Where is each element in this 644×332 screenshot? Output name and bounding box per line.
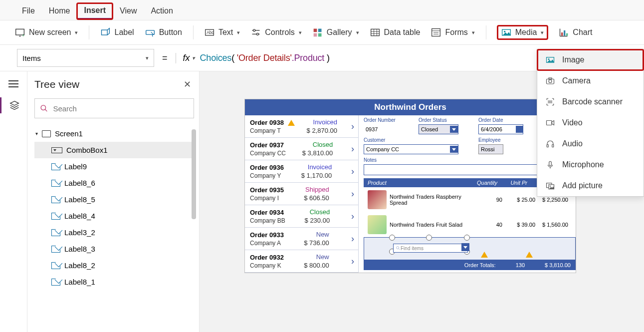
svg-rect-45 bbox=[547, 145, 548, 147]
warning-icon bbox=[288, 120, 295, 126]
svg-rect-13 bbox=[313, 33, 317, 37]
chevron-right-icon: › bbox=[349, 144, 354, 154]
media-item-audio[interactable]: Audio bbox=[537, 133, 644, 154]
svg-rect-30 bbox=[566, 33, 568, 36]
product-row[interactable]: Northwind Traders Fruit Salad40$ 39.00$ … bbox=[364, 212, 576, 237]
menu-insert[interactable]: Insert bbox=[77, 3, 113, 19]
dropdown-icon bbox=[450, 146, 458, 153]
text-button[interactable]: Abc Text ▾ bbox=[205, 27, 240, 37]
order-row[interactable]: Order 0932Company KNew$ 800.00› bbox=[245, 250, 358, 273]
order-row[interactable]: Order 0933Company ANew$ 736.00› bbox=[245, 228, 358, 250]
tree-search[interactable] bbox=[34, 98, 194, 118]
controls-button[interactable]: Controls ▾ bbox=[251, 27, 302, 37]
headphones-icon bbox=[545, 139, 555, 148]
media-button[interactable]: Media ▾ bbox=[497, 25, 548, 39]
chevron-down-icon: ▾ bbox=[541, 29, 544, 36]
order-row[interactable]: Order 0936Company YInvoiced$ 1,170.00› bbox=[245, 160, 358, 183]
tree-search-input[interactable] bbox=[53, 104, 189, 113]
text-icon: Abc bbox=[205, 27, 215, 37]
hamburger-icon[interactable] bbox=[8, 80, 18, 87]
svg-point-36 bbox=[548, 58, 550, 60]
label-button[interactable]: Label bbox=[100, 27, 134, 37]
tree-item-label8_4[interactable]: Label8_4 bbox=[34, 208, 194, 224]
svg-point-25 bbox=[504, 31, 505, 32]
barcode-icon bbox=[545, 97, 555, 106]
label-icon bbox=[100, 27, 110, 37]
svg-point-10 bbox=[257, 33, 259, 35]
new-screen-button[interactable]: + New screen ▾ bbox=[15, 27, 78, 37]
tree-root-screen1[interactable]: ▾ Screen1 bbox=[34, 125, 194, 142]
field-order-status[interactable]: Closed bbox=[419, 124, 458, 134]
tree-item-combobox1[interactable]: ComboBox1 bbox=[34, 142, 194, 158]
tree-item-label8_6[interactable]: Label8_6 bbox=[34, 175, 194, 191]
tree-item-label8_5[interactable]: Label8_5 bbox=[34, 191, 194, 208]
combobox-icon bbox=[51, 147, 62, 153]
media-item-microphone[interactable]: Microphone bbox=[537, 154, 644, 175]
media-item-video[interactable]: Video bbox=[537, 112, 644, 133]
field-order-number[interactable]: 0937 bbox=[364, 124, 414, 134]
order-row[interactable]: Order 0937Company CCClosed$ 3,810.00› bbox=[245, 138, 358, 160]
media-item-barcode[interactable]: Barcode scanner bbox=[537, 91, 644, 112]
label-order-status: Order Status bbox=[419, 117, 458, 123]
svg-point-50 bbox=[550, 186, 551, 187]
menu-file[interactable]: File bbox=[15, 3, 42, 18]
close-icon[interactable]: ✕ bbox=[184, 79, 191, 90]
svg-rect-15 bbox=[371, 29, 379, 35]
fx-button[interactable]: fx ▾ bbox=[176, 53, 195, 63]
label-icon bbox=[51, 196, 60, 203]
label-order-number: Order Number bbox=[364, 117, 414, 123]
svg-rect-44 bbox=[547, 121, 552, 125]
formula-input[interactable]: Choices( 'Order Details'.Product ) bbox=[200, 52, 330, 63]
chart-button[interactable]: Chart bbox=[559, 27, 592, 37]
tree-view-rail-button[interactable] bbox=[0, 97, 27, 113]
order-row[interactable]: Order 0938 Company TInvoiced$ 2,870.00› bbox=[245, 115, 358, 138]
product-thumb bbox=[368, 215, 387, 234]
svg-line-34 bbox=[399, 249, 400, 250]
menu-home[interactable]: Home bbox=[42, 3, 77, 18]
order-row[interactable]: Order 0934Company BBClosed$ 230.00› bbox=[245, 205, 358, 228]
menu-view[interactable]: View bbox=[113, 3, 144, 18]
media-item-camera[interactable]: Camera bbox=[537, 70, 644, 91]
chevron-down-icon: ▾ bbox=[472, 29, 475, 36]
media-item-add-picture[interactable]: Add picture bbox=[537, 175, 644, 196]
media-dropdown: Image Camera Barcode scanner Video Audio… bbox=[537, 49, 644, 197]
menu-action[interactable]: Action bbox=[144, 3, 180, 18]
warning-icon bbox=[526, 252, 533, 258]
gallery-button[interactable]: Gallery ▾ bbox=[313, 27, 359, 37]
data-table-button[interactable]: Data table bbox=[370, 27, 421, 37]
tree-item-label8_1[interactable]: Label8_1 bbox=[34, 274, 194, 290]
warning-icon bbox=[481, 252, 488, 258]
tree-item-label8_3[interactable]: Label8_3 bbox=[34, 241, 194, 257]
layers-icon bbox=[9, 100, 19, 110]
tree-item-label8_2[interactable]: Label8_2 bbox=[34, 257, 194, 274]
field-employee[interactable]: Rossi bbox=[478, 144, 503, 154]
field-customer[interactable]: Company CC bbox=[364, 144, 458, 154]
order-row[interactable]: Order 0935Company IShipped$ 606.50› bbox=[245, 183, 358, 205]
product-thumb bbox=[368, 190, 387, 209]
video-icon bbox=[545, 118, 555, 127]
label-employee: Employee bbox=[478, 137, 503, 143]
search-icon bbox=[40, 104, 48, 113]
field-order-date[interactable]: 6/4/2006 bbox=[478, 124, 523, 134]
svg-rect-3 bbox=[102, 30, 108, 35]
button-button[interactable]: Button bbox=[145, 27, 182, 37]
insert-toolbar: + New screen ▾ Label Button Abc Text ▾ C… bbox=[0, 20, 644, 45]
property-selector[interactable]: Items ▾ bbox=[17, 49, 154, 67]
combobox-input[interactable]: Find items bbox=[393, 244, 468, 253]
tree-item-label9[interactable]: Label9 bbox=[34, 158, 194, 175]
separator bbox=[193, 25, 194, 39]
scrollbar-thumb[interactable] bbox=[192, 129, 196, 219]
combobox-selected[interactable]: Find items bbox=[364, 237, 576, 260]
chevron-down-icon: ▾ bbox=[299, 29, 302, 36]
media-item-image[interactable]: Image bbox=[537, 49, 644, 70]
chevron-down-icon: ▾ bbox=[75, 29, 78, 36]
tree-item-label3_2[interactable]: Label3_2 bbox=[34, 224, 194, 241]
search-icon bbox=[396, 246, 401, 251]
screen-icon bbox=[42, 130, 51, 137]
svg-rect-12 bbox=[318, 29, 322, 32]
app-body: Order 0938 Company TInvoiced$ 2,870.00›O… bbox=[245, 115, 576, 273]
forms-button[interactable]: Forms ▾ bbox=[431, 27, 474, 37]
separator bbox=[89, 25, 89, 39]
button-icon bbox=[145, 27, 155, 37]
chevron-right-icon: › bbox=[349, 121, 354, 132]
